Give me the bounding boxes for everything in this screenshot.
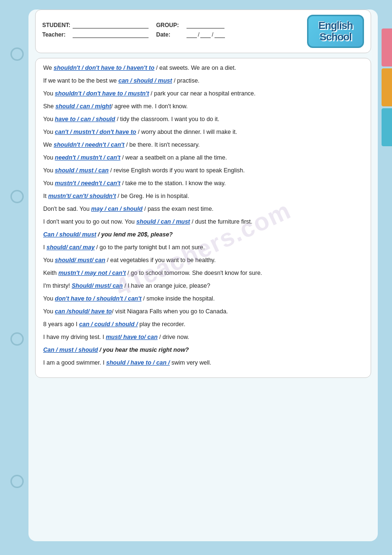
modal-word-19: don't have to / shouldn't / can't: [55, 295, 142, 302]
student-field[interactable]: [73, 22, 149, 28]
modal-word-3: shouldn't / don't have to / mustn't: [55, 90, 149, 97]
text-after-15: / go to the party tonight but I am not s…: [94, 244, 205, 251]
main-container: 4Teachers.com STUDENT: GROUP: Teacher: D…: [28, 9, 378, 541]
exercise-line-8: You needn't / mustn't / can't / wear a s…: [43, 153, 363, 162]
exercise-line-5: You have to / can / should / tidy the cl…: [43, 114, 363, 124]
text-before-20: You: [43, 308, 55, 315]
exercise-line-12: Don't be sad. You may / can / should / p…: [43, 204, 363, 214]
text-after-12: / pass the exam nest time.: [142, 206, 213, 212]
modal-word-11: mustn't/ can't/ shouldn't: [48, 193, 116, 199]
hole-2: [10, 190, 24, 203]
text-before-2: If we want to be the best we: [43, 77, 118, 84]
text-after-22: / drive now.: [158, 334, 189, 340]
text-before-22: I have my driving test. I: [43, 334, 106, 340]
date-year[interactable]: [215, 31, 225, 38]
text-after-2: / practise.: [172, 77, 200, 84]
modal-word-14: Can / should/ must: [43, 231, 96, 238]
text-after-11: / be Greg. He is in hospital.: [116, 193, 189, 199]
modal-word-9: should / must / can: [55, 167, 109, 174]
header-fields: STUDENT: GROUP: Teacher: Date: / /: [42, 22, 307, 41]
date-day[interactable]: [187, 31, 197, 38]
text-after-24: swim very well.: [170, 359, 212, 366]
date-label: Date:: [156, 31, 185, 38]
text-before-3: You: [43, 90, 55, 97]
modal-word-6: can't / mustn't / don't have to: [55, 129, 136, 135]
exercise-line-17: Keith mustn't / may not / can't / go to …: [43, 268, 363, 278]
exercise-line-2: If we want to be the best we can / shoul…: [43, 76, 363, 85]
hole-4: [10, 475, 24, 488]
modal-word-12: may / can / should: [91, 206, 142, 212]
text-after-23: / you hear the music right now?: [98, 347, 189, 353]
exercise-line-10: You mustn't / needn't / can't / take me …: [43, 179, 363, 188]
tab-blue: [382, 108, 392, 146]
student-label: STUDENT:: [42, 22, 71, 28]
text-after-7: / be there. It isn't necessary.: [124, 141, 199, 148]
exercise-line-16: You should/ must/ can / eat vegetables i…: [43, 255, 363, 265]
exercise-line-18: I'm thirsty! Should/ must/ can / I have …: [43, 281, 363, 291]
side-tabs: [382, 28, 392, 146]
tab-pink: [382, 28, 392, 66]
text-before-7: We: [43, 141, 54, 148]
text-after-21: play the recorder.: [138, 321, 185, 328]
exercise-line-9: You should / must / can / revise English…: [43, 166, 363, 175]
header-box: STUDENT: GROUP: Teacher: Date: / / Engli…: [35, 9, 371, 53]
text-before-21: 8 years ago I: [43, 321, 79, 328]
modal-word-13: should / can / must: [136, 218, 190, 225]
exercise-line-1: We shouldn't / don't have to / haven't t…: [43, 63, 363, 73]
exercise-line-22: I have my driving test. I must/ have to/…: [43, 332, 363, 342]
text-before-16: You: [43, 257, 55, 263]
modal-word-21: can / could / should /: [79, 321, 138, 328]
modal-word-4: should / can / might: [56, 103, 111, 110]
text-after-13: / dust the furniture first.: [190, 218, 252, 225]
text-after-5: / tidy the classroom. I want you to do i…: [115, 116, 220, 122]
text-after-20: / visit Niagara Falls when you go to Can…: [112, 308, 228, 315]
modal-word-10: mustn't / needn't / can't: [55, 180, 121, 187]
logo-text: EnglishSchool: [315, 20, 356, 43]
text-after-19: / smoke inside the hospital.: [141, 295, 215, 302]
student-row: STUDENT: GROUP:: [42, 22, 307, 28]
text-after-16: / eat vegetables if you want to be healt…: [105, 257, 216, 263]
group-field[interactable]: [187, 22, 224, 28]
exercise-line-6: You can't / mustn't / don't have to / wo…: [43, 127, 363, 137]
text-after-9: / revise English words if you want to sp…: [109, 167, 245, 174]
modal-word-8: needn't / mustn't / can't: [55, 154, 121, 161]
modal-word-1: shouldn't / don't have to / haven't to: [54, 65, 154, 71]
text-after-1: / eat sweets. We are on a diet.: [154, 65, 236, 71]
text-before-17: Keith: [43, 270, 58, 276]
modal-word-23: Can / must / should: [43, 347, 98, 353]
text-before-6: You: [43, 129, 55, 135]
text-before-5: You: [43, 116, 55, 122]
text-after-18: / I have an orange juice, please?: [123, 282, 210, 289]
text-before-12: Don't be sad. You: [43, 206, 91, 212]
exercise-line-11: It mustn't/ can't/ shouldn't / be Greg. …: [43, 191, 363, 201]
exercise-line-24: I am a good swimmer. I should / have to …: [43, 358, 363, 367]
exercise-line-19: You don't have to / shouldn't / can't / …: [43, 294, 363, 303]
text-before-18: I'm thirsty!: [43, 282, 72, 289]
text-before-19: You: [43, 295, 55, 302]
text-before-15: I: [43, 244, 47, 251]
modal-word-2: can / should / must: [118, 77, 172, 84]
text-before-24: I am a good swimmer. I: [43, 359, 106, 366]
modal-word-5: have to / can / should: [55, 116, 115, 122]
text-before-11: It: [43, 193, 48, 199]
modal-word-17: mustn't / may not / can't: [58, 270, 126, 276]
group-label: GROUP:: [156, 22, 185, 28]
text-before-13: I don't want you to go out now. You: [43, 218, 136, 225]
exercise-line-14: Can / should/ must / you lend me 20$, pl…: [43, 230, 363, 239]
text-before-1: We: [43, 65, 54, 71]
text-before-10: You: [43, 180, 55, 187]
text-after-6: / worry about the dinner. I will make it…: [136, 129, 237, 135]
exercise-line-4: She should / can / might/ agree with me.…: [43, 102, 363, 111]
date-month[interactable]: [200, 31, 211, 38]
teacher-row: Teacher: Date: / /: [42, 31, 307, 38]
date-field: / /: [187, 31, 225, 38]
modal-word-20: can /should/ have to: [55, 308, 112, 315]
exercise-line-7: We shouldn't / needn't / can't / be ther…: [43, 140, 363, 150]
text-before-8: You: [43, 154, 55, 161]
text-after-4: / agree with me. I don't know.: [111, 103, 188, 110]
exercise-line-20: You can /should/ have to/ visit Niagara …: [43, 307, 363, 316]
text-after-17: / go to school tomorrow. She doesn't kno…: [126, 270, 262, 276]
modal-word-15: should/ can/ may: [47, 244, 94, 251]
teacher-field[interactable]: [73, 31, 149, 38]
exercise-line-15: I should/ can/ may / go to the party ton…: [43, 243, 363, 252]
